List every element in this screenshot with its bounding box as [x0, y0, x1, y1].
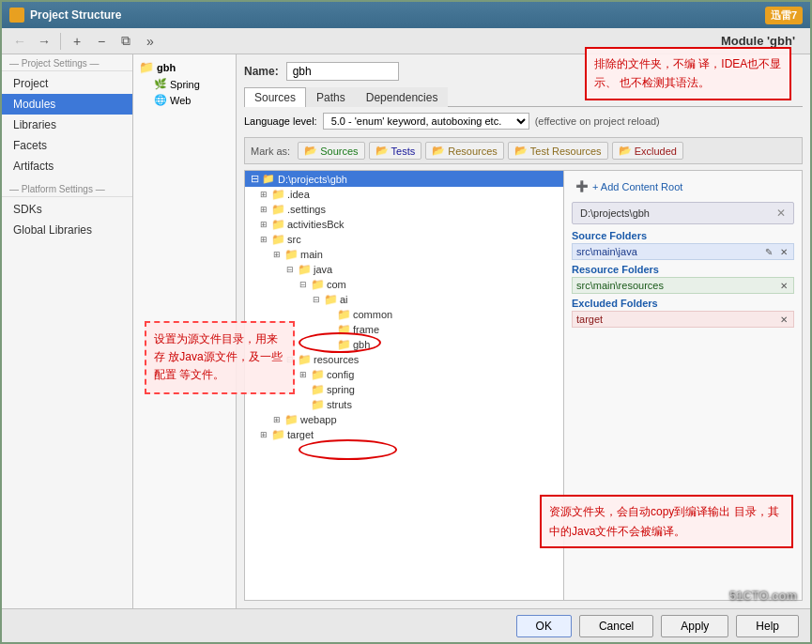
folder-icon: 📁 [337, 323, 351, 336]
source-folder-remove-button[interactable]: ✕ [778, 247, 789, 257]
ok-button[interactable]: OK [516, 615, 572, 637]
tree-item[interactable]: ⊟ 📁 java [245, 262, 563, 277]
project-settings-section-label: — Project Settings — [2, 54, 132, 71]
tree-item-label: common [353, 309, 392, 320]
add-button[interactable]: + [67, 31, 87, 52]
resource-folder-path: src\main\resources [576, 280, 664, 291]
tree-item[interactable]: ⊟ 📁 resources [245, 352, 563, 367]
tree-item[interactable]: 📁 common [245, 307, 563, 322]
app-icon [9, 8, 24, 23]
name-input[interactable] [286, 62, 399, 81]
tree-item[interactable]: ⊞ 📁 config [245, 367, 563, 382]
tree-item-label: activitiesBck [287, 219, 345, 230]
tree-expand: ⊟ [284, 355, 296, 364]
bottom-bar: OK Cancel Apply Help [2, 608, 810, 642]
tests-folder-icon: 📂 [375, 145, 389, 157]
tree-item[interactable]: 📁 frame [245, 322, 563, 337]
sidebar-item-project[interactable]: Project [2, 73, 132, 94]
apply-button[interactable]: Apply [661, 615, 728, 637]
tree-root-expand: ⊟ [251, 173, 259, 185]
tabs-bar: Sources Paths Dependencies [244, 86, 803, 107]
folder-icon: 📁 [311, 398, 325, 411]
tree-root[interactable]: ⊟ 📁 D:\projects\gbh [245, 171, 563, 187]
module-root-item[interactable]: 📁 gbh [137, 58, 232, 76]
path-section: D:\projects\gbh ✕ [572, 202, 794, 224]
mark-as-row: Mark as: 📂 Sources 📂 Tests 📂 Resources [244, 137, 803, 164]
tree-item-label: frame [353, 324, 379, 335]
content-area: ⊟ 📁 D:\projects\gbh ⊞ 📁 .idea ⊞ 📁 .setti… [244, 170, 803, 601]
tree-container: ⊞ 📁 .idea ⊞ 📁 .settings ⊞ 📁 activitiesBc… [245, 187, 563, 442]
folder-icon: 📁 [311, 383, 325, 396]
sidebar-item-facets[interactable]: Facets [2, 135, 132, 156]
tree-item-label: struts [327, 399, 352, 410]
folder-icon: 📁 [337, 338, 351, 351]
sidebar-item-global-libraries[interactable]: Global Libraries [2, 220, 132, 240]
language-level-row: Language level: 5.0 - 'enum' keyword, au… [244, 113, 803, 130]
remove-button[interactable]: − [91, 31, 112, 52]
path-close-button[interactable]: ✕ [776, 207, 786, 220]
mark-resources-button[interactable]: 📂 Resources [425, 142, 504, 160]
path-value: D:\projects\gbh ✕ [580, 207, 786, 220]
help-button[interactable]: Help [736, 615, 799, 637]
tree-item[interactable]: ⊞ 📁 main [245, 247, 563, 262]
tree-item[interactable]: ⊞ 📁 webapp [245, 412, 563, 427]
spring-item[interactable]: 🌿 Spring [152, 76, 232, 92]
mark-test-resources-button[interactable]: 📂 Test Resources [508, 142, 608, 160]
web-label: Web [170, 95, 191, 106]
tree-item-label: .idea [287, 189, 310, 200]
add-icon: ➕ [575, 180, 589, 192]
excluded-folder-path: target [576, 314, 603, 325]
resource-folder-row: src\main\resources ✕ [572, 277, 794, 294]
copy-button[interactable]: ⧉ [115, 31, 136, 52]
tree-item[interactable]: ⊟ 📁 ai [245, 292, 563, 307]
tree-item[interactable]: ⊞ 📁 .idea [245, 187, 563, 202]
tab-paths[interactable]: Paths [306, 87, 356, 107]
tree-item[interactable]: ⊞ 📁 .settings [245, 202, 563, 217]
tree-item[interactable]: 📁 struts [245, 397, 563, 412]
web-item[interactable]: 🌐 Web [152, 92, 232, 108]
tab-sources[interactable]: Sources [244, 87, 306, 107]
tree-item[interactable]: ⊞ 📁 src [245, 232, 563, 247]
tree-item[interactable]: ⊞ 📁 target [245, 427, 563, 442]
module-settings-panel: Name: Sources Paths Dependencies Languag… [237, 54, 810, 608]
mark-as-label: Mark as: [251, 146, 290, 157]
tree-item[interactable]: 📁 spring [245, 382, 563, 397]
back-button[interactable]: ← [9, 31, 30, 52]
lang-select[interactable]: 5.0 - 'enum' keyword, autoboxing etc. [323, 113, 529, 130]
tree-expand: ⊟ [284, 265, 296, 274]
window-title: Project Structure [30, 8, 121, 22]
tree-item[interactable]: ⊟ 📁 com [245, 277, 563, 292]
folder-icon: 📁 [311, 368, 325, 381]
title-bar: Project Structure 迅雷7 [2, 2, 810, 28]
more-button[interactable]: » [140, 31, 161, 52]
spring-label: Spring [170, 79, 200, 90]
tree-expand: ⊞ [298, 370, 309, 379]
excluded-folder-remove-button[interactable]: ✕ [778, 314, 789, 325]
mark-excluded-button[interactable]: 📂 Excluded [612, 142, 683, 160]
sidebar-item-artifacts[interactable]: Artifacts [2, 156, 132, 176]
main-toolbar: ← → + − ⧉ » Module 'gbh' [2, 28, 810, 54]
tab-dependencies[interactable]: Dependencies [356, 87, 449, 107]
mark-sources-button[interactable]: 📂 Sources [298, 142, 364, 160]
cancel-button[interactable]: Cancel [579, 615, 653, 637]
module-children: 🌿 Spring 🌐 Web [137, 76, 232, 108]
tree-item-label: java [314, 264, 332, 275]
sources-folder-icon: 📂 [304, 145, 317, 157]
sidebar-item-sdks[interactable]: SDKs [2, 199, 132, 220]
sidebar-item-libraries[interactable]: Libraries [2, 115, 132, 135]
mark-tests-button[interactable]: 📂 Tests [369, 142, 422, 160]
folder-icon: 📁 [271, 218, 285, 231]
source-folder-edit-button[interactable]: ✎ [763, 247, 774, 257]
tree-item-label: src [287, 234, 301, 245]
add-content-root-button[interactable]: ➕ + Add Content Root [572, 178, 794, 194]
folder-icon: 📁 [139, 60, 154, 74]
resource-folders-header: Resource Folders [572, 264, 794, 275]
tree-item[interactable]: ⊞ 📁 activitiesBck [245, 217, 563, 232]
forward-button[interactable]: → [34, 31, 54, 52]
module-title-header: Module 'gbh' [721, 34, 795, 48]
resource-folder-remove-button[interactable]: ✕ [778, 281, 789, 291]
tree-item[interactable]: 📁 gbh [245, 337, 563, 352]
sidebar-item-modules[interactable]: Modules [2, 94, 132, 115]
tree-item-label: webapp [300, 414, 337, 425]
module-body: Name: Sources Paths Dependencies Languag… [237, 54, 810, 608]
